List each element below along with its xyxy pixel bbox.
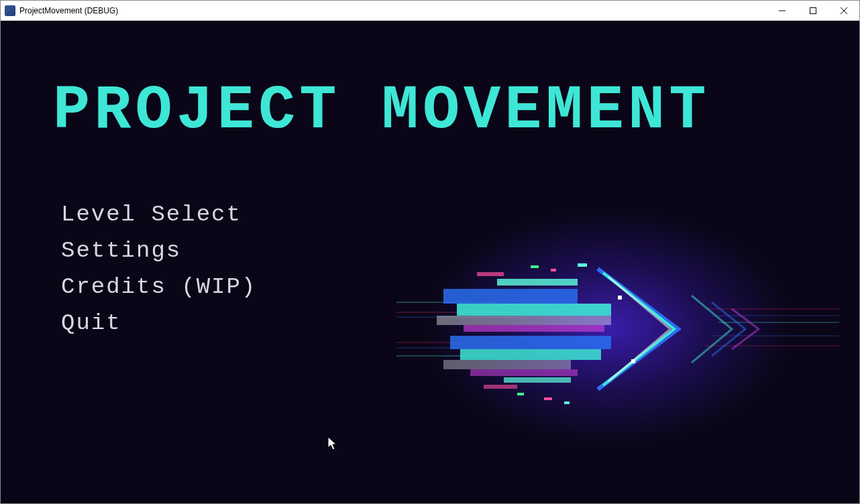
svg-rect-29 — [578, 263, 587, 267]
svg-rect-27 — [531, 265, 539, 268]
game-content: PROJECT MOVEMENT Level Select Settings C… — [1, 21, 859, 503]
svg-rect-30 — [517, 393, 524, 395]
mouse-cursor-icon — [328, 437, 337, 450]
maximize-button[interactable] — [798, 1, 828, 20]
window-controls — [767, 1, 859, 20]
svg-rect-26 — [484, 385, 517, 389]
titlebar-left: ProjectMovement (DEBUG) — [5, 5, 118, 16]
minimize-icon — [779, 7, 786, 14]
svg-rect-18 — [464, 325, 604, 332]
svg-rect-17 — [437, 316, 611, 325]
arrow-glitch-icon — [396, 202, 839, 463]
minimize-button[interactable] — [767, 1, 798, 20]
svg-rect-21 — [443, 360, 571, 369]
app-icon — [5, 5, 15, 16]
menu-item-credits[interactable]: Credits (WIP) — [61, 273, 256, 301]
svg-rect-25 — [477, 272, 504, 276]
close-icon — [841, 7, 847, 14]
svg-rect-16 — [457, 304, 611, 316]
svg-rect-31 — [544, 397, 552, 400]
close-button[interactable] — [828, 1, 859, 20]
main-menu: Level Select Settings Credits (WIP) Quit — [61, 200, 256, 337]
menu-item-settings[interactable]: Settings — [61, 237, 256, 265]
app-window: ProjectMovement (DEBUG) PROJECT MOVEMENT… — [0, 0, 860, 504]
svg-rect-34 — [631, 359, 635, 363]
menu-item-level-select[interactable]: Level Select — [61, 200, 256, 229]
svg-rect-32 — [564, 401, 570, 404]
svg-rect-24 — [504, 377, 571, 383]
game-title: PROJECT MOVEMENT — [53, 76, 710, 146]
svg-marker-35 — [328, 437, 336, 450]
maximize-icon — [810, 7, 816, 14]
svg-rect-22 — [470, 369, 578, 376]
svg-rect-15 — [443, 289, 578, 304]
hero-art — [396, 202, 839, 463]
titlebar: ProjectMovement (DEBUG) — [1, 1, 859, 21]
menu-item-quit[interactable]: Quit — [61, 309, 256, 337]
window-title: ProjectMovement (DEBUG) — [19, 6, 118, 15]
svg-rect-19 — [450, 336, 611, 349]
svg-rect-20 — [460, 349, 601, 360]
svg-rect-33 — [618, 296, 622, 300]
svg-rect-23 — [497, 279, 578, 286]
svg-rect-1 — [810, 7, 816, 13]
svg-rect-28 — [551, 269, 556, 271]
